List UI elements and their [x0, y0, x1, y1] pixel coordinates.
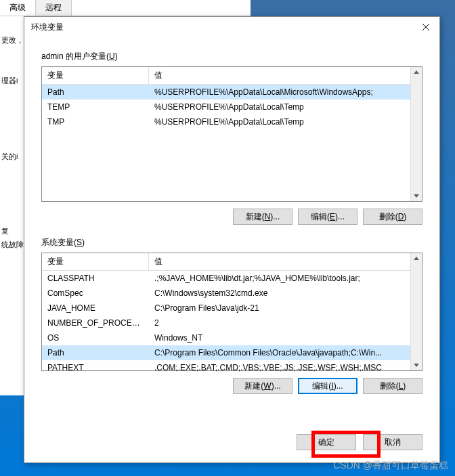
cell-value: %USERPROFILE%\AppData\Local\Temp: [149, 116, 422, 128]
table-row[interactable]: TEMP%USERPROFILE%\AppData\Local\Temp: [42, 100, 422, 114]
dialog-title: 环境变量: [31, 22, 64, 33]
table-row[interactable]: Path%USERPROFILE%\AppData\Local\Microsof…: [42, 85, 422, 100]
table-row[interactable]: ComSpecC:\Windows\system32\cmd.exe: [42, 286, 422, 301]
sys-edit-button[interactable]: 编辑(I)...: [298, 378, 358, 394]
cell-variable: JAVA_HOME: [42, 302, 149, 314]
user-edit-button[interactable]: 编辑(E)...: [298, 209, 358, 225]
col-variable[interactable]: 变量: [42, 67, 149, 84]
sys-delete-button[interactable]: 删除(L): [363, 378, 422, 394]
user-vars-table[interactable]: 变量 值 Path%USERPROFILE%\AppData\Local\Mic…: [41, 66, 422, 202]
background-panel: 更改， 理器i 关的i 复 统故障: [0, 16, 24, 395]
background-tabs: 高级 远程: [0, 0, 251, 16]
close-icon: [422, 23, 430, 31]
table-row[interactable]: PathC:\Program Files\Common Files\Oracle…: [42, 345, 422, 360]
bg-text: 复: [1, 226, 9, 236]
scrollbar[interactable]: [410, 67, 422, 201]
scrollbar[interactable]: [410, 253, 422, 370]
cell-value: C:\Program Files\Common Files\Oracle\Jav…: [149, 347, 422, 359]
env-vars-dialog: 环境变量 admin 的用户变量(U) 变量 值 Path%USERPROFIL…: [24, 16, 440, 463]
cell-variable: Path: [42, 86, 149, 98]
tab-advanced[interactable]: 高级: [0, 0, 36, 16]
table-row[interactable]: OSWindows_NT: [42, 330, 422, 345]
table-row[interactable]: JAVA_HOMEC:\Program Files\Java\jdk-21: [42, 301, 422, 316]
cell-value: 2: [149, 317, 422, 329]
bg-text: 统故障: [1, 240, 24, 250]
col-variable[interactable]: 变量: [42, 253, 149, 270]
cancel-button[interactable]: 取消: [363, 434, 422, 450]
cell-value: C:\Program Files\Java\jdk-21: [149, 302, 422, 314]
bg-text: 更改，: [1, 35, 24, 45]
cell-variable: CLASSPATH: [42, 272, 149, 284]
cell-variable: PATHEXT: [42, 362, 149, 374]
cell-variable: TEMP: [42, 101, 149, 113]
cell-variable: OS: [42, 332, 149, 344]
bg-text: 理器i: [1, 76, 18, 86]
table-header: 变量 值: [42, 67, 422, 85]
cell-value: Windows_NT: [149, 332, 422, 344]
cell-value: %USERPROFILE%\AppData\Local\Temp: [149, 101, 422, 113]
user-delete-button[interactable]: 删除(D): [363, 209, 422, 225]
user-vars-label: admin 的用户变量(U): [41, 51, 422, 62]
cell-variable: NUMBER_OF_PROCESSORS: [42, 317, 149, 329]
table-row[interactable]: NUMBER_OF_PROCESSORS2: [42, 316, 422, 330]
cell-variable: TMP: [42, 116, 149, 128]
table-row[interactable]: TMP%USERPROFILE%\AppData\Local\Temp: [42, 114, 422, 129]
bg-text: 关的i: [1, 152, 18, 162]
cell-value: .;%JAVA_HOME%\lib\dt.jar;%JAVA_HOME%\lib…: [149, 272, 422, 284]
sys-vars-table[interactable]: 变量 值 CLASSPATH.;%JAVA_HOME%\lib\dt.jar;%…: [41, 253, 422, 371]
user-new-button[interactable]: 新建(N)...: [233, 209, 292, 225]
table-row[interactable]: PATHEXT.COM;.EXE;.BAT;.CMD;.VBS;.VBE;.JS…: [42, 360, 422, 375]
cell-variable: Path: [42, 347, 149, 359]
table-row[interactable]: CLASSPATH.;%JAVA_HOME%\lib\dt.jar;%JAVA_…: [42, 271, 422, 286]
cell-value: .COM;.EXE;.BAT;.CMD;.VBS;.VBE;.JS;.JSE;.…: [149, 362, 422, 374]
ok-button[interactable]: 确定: [297, 434, 356, 450]
col-value[interactable]: 值: [149, 253, 422, 270]
sys-vars-label: 系统变量(S): [41, 237, 422, 248]
cell-variable: ComSpec: [42, 287, 149, 299]
sys-new-button[interactable]: 新建(W)...: [233, 378, 292, 394]
close-button[interactable]: [419, 20, 433, 34]
table-header: 变量 值: [42, 253, 422, 271]
tab-remote[interactable]: 远程: [36, 0, 72, 16]
cell-value: %USERPROFILE%\AppData\Local\Microsoft\Wi…: [149, 86, 422, 98]
col-value[interactable]: 值: [149, 67, 422, 84]
cell-value: C:\Windows\system32\cmd.exe: [149, 287, 422, 299]
titlebar: 环境变量: [24, 17, 439, 37]
